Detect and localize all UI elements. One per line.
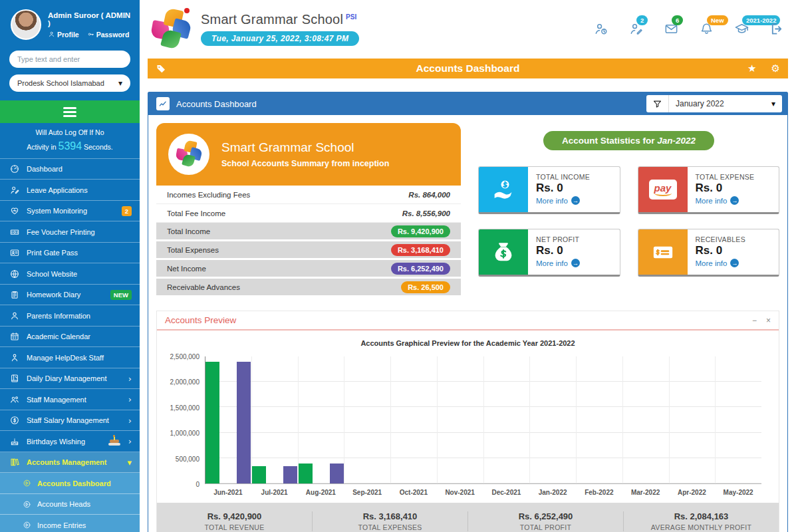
sidebar-subitem-label: Accounts Dashboard	[37, 479, 111, 487]
arrow-circle-icon: →	[571, 196, 580, 205]
sidebar-item-homework-diary[interactable]: Homework DiaryNEW	[0, 285, 140, 306]
y-tick-label: 0	[196, 481, 200, 488]
sidebar-item-accounts-management[interactable]: Accounts Management▾	[0, 452, 140, 473]
profile-link[interactable]: Profile	[48, 31, 79, 39]
menu-badge: NEW	[110, 290, 132, 300]
sidebar-item-label: Staff Management	[27, 396, 122, 404]
more-info-link[interactable]: More info→	[696, 259, 745, 267]
sidebar-item-academic-calendar[interactable]: Academic Calendar	[0, 327, 140, 348]
summary-row-label: Receivable Advances	[167, 283, 240, 291]
y-tick-label: 1,000,000	[170, 430, 200, 437]
psi-superscript: PSI	[346, 13, 356, 21]
main-area: Smart Grammar SchoolPSI Tue, January 25,…	[140, 0, 798, 532]
school-logo-icon	[168, 134, 209, 175]
sidebar-subitem-income-entries[interactable]: Income Entries	[0, 515, 140, 532]
stat-card-body: RECEIVABLESRs. 0More info→	[688, 229, 753, 275]
sidebar-item-system-monitoring[interactable]: System Monitoring2	[0, 201, 140, 222]
x-tick-label: Jul-2021	[251, 487, 298, 503]
sidebar-item-label: Dashboard	[27, 165, 132, 173]
summary-row: Incomes Excluding FeesRs. 864,000	[156, 186, 461, 204]
bell-icon[interactable]: New	[699, 21, 714, 37]
user-edit-icon[interactable]: 2	[628, 21, 644, 37]
stat-title: NET PROFIT	[536, 235, 580, 243]
summary-row: Total ExpensesRs. 3,168,410	[156, 241, 461, 260]
x-tick-label: Jan-2022	[529, 487, 576, 503]
summary-row: Total Fee IncomeRs. 8,556,900	[156, 204, 461, 223]
sidebar-item-parents-information[interactable]: Parents Information	[0, 305, 140, 327]
header-icon-row: 26New2021-2022	[593, 21, 785, 37]
sidebar-item-staff-salary-management[interactable]: Staff Salary Management›	[0, 410, 140, 432]
stat-card-total-income: TOTAL INCOMERs. 0More info→	[478, 166, 620, 214]
month-select[interactable]: January 2022▾	[669, 99, 782, 108]
monitoring-icon	[9, 205, 20, 216]
dashboard-icon	[9, 164, 20, 174]
school-title: Smart Grammar School	[201, 12, 343, 27]
favorite-star-icon[interactable]: ★	[747, 63, 756, 74]
footer-stat: Rs. 9,420,900TOTAL REVENUE	[157, 511, 312, 531]
bar-group	[484, 356, 531, 483]
footer-stat: Rs. 6,252,490TOTAL PROFIT	[467, 511, 623, 531]
footer-stat-value: Rs. 6,252,490	[468, 511, 623, 521]
gatepass-icon	[9, 247, 20, 258]
search-input[interactable]	[9, 51, 130, 68]
logout-icon[interactable]	[769, 21, 785, 37]
sidebar-item-birthdays-wishing[interactable]: Birthdays Wishing›	[0, 431, 140, 452]
more-info-label: More info	[536, 197, 568, 205]
summary-row-value: Rs. 864,000	[408, 191, 450, 199]
bar-chart: 2,500,0002,000,0001,500,0001,000,000500,…	[157, 352, 779, 484]
sidebar-item-label: System Monitoring	[27, 207, 115, 215]
page-title: Accounts Dashboard	[148, 63, 788, 74]
footer-stat-value: Rs. 9,420,900	[157, 511, 312, 521]
stat-value: Rs. 0	[696, 182, 755, 195]
sidebar-item-print-gate-pass[interactable]: Print Gate Pass	[0, 243, 140, 264]
leave-icon	[9, 185, 20, 196]
user-clock-icon[interactable]	[593, 21, 608, 37]
sidebar-item-school-website[interactable]: School Website	[0, 263, 140, 285]
bar-group	[530, 356, 577, 483]
x-tick-label: Dec-2021	[483, 487, 530, 503]
graduation-icon[interactable]: 2021-2022	[734, 21, 749, 37]
globe-icon	[9, 269, 20, 279]
sidebar-item-manage-helpdesk-staff[interactable]: Manage HelpDesk Staff	[0, 347, 140, 368]
summary-row-label: Total Expenses	[167, 246, 219, 254]
sidebar-subitem-accounts-heads[interactable]: Accounts Heads	[0, 494, 140, 515]
filter-icon[interactable]	[646, 95, 669, 112]
hamburger-icon	[63, 107, 76, 117]
dashboard-panel: Accounts Dashboard January 2022▾ S	[148, 92, 788, 532]
chart-title: Accounts Graphical Preview for the Acade…	[157, 339, 779, 347]
sidebar-item-leave-applications[interactable]: Leave Applications	[0, 180, 140, 201]
more-info-link[interactable]: More info→	[536, 196, 590, 205]
green-series-bar	[299, 464, 313, 483]
x-tick-label: Feb-2022	[576, 487, 622, 503]
school-select[interactable]: Prodesk School Islamabad▾	[9, 74, 130, 92]
bar-group	[344, 356, 391, 483]
more-info-link[interactable]: More info→	[536, 259, 580, 267]
sidebar-item-fee-voucher-printing[interactable]: Fee Voucher Printing	[0, 221, 140, 243]
close-button[interactable]: ×	[766, 316, 771, 325]
sidebar-subitem-label: Accounts Heads	[37, 500, 90, 508]
hamburger-menu-button[interactable]	[0, 100, 140, 123]
sidebar-item-dashboard[interactable]: Dashboard	[0, 159, 140, 180]
key-icon	[87, 31, 94, 38]
staff-icon	[9, 394, 20, 405]
stat-card-body: TOTAL EXPENSERs. 0More info→	[688, 167, 763, 212]
password-link[interactable]: Password	[87, 31, 130, 39]
mail-icon[interactable]: 6	[664, 21, 679, 37]
sidebar-item-staff-management[interactable]: Staff Management›	[0, 389, 140, 410]
x-tick-label: Aug-2021	[298, 487, 344, 503]
sidebar-subitem-accounts-dashboard[interactable]: Accounts Dashboard	[0, 473, 140, 494]
more-info-label: More info	[696, 259, 728, 267]
settings-gear-icon[interactable]: ⚙	[771, 63, 780, 74]
x-tick-label: May-2022	[715, 487, 761, 503]
header-badge: 2	[636, 15, 648, 25]
bar-group	[577, 356, 623, 483]
minimize-button[interactable]: −	[752, 316, 757, 325]
bar-group	[438, 356, 484, 483]
school-logo-icon	[150, 8, 192, 49]
x-tick-label: Jun-2021	[205, 487, 251, 503]
more-info-link[interactable]: More info→	[696, 196, 755, 205]
sidebar-item-daily-diary-management[interactable]: Daily Diary Management›	[0, 368, 140, 390]
y-tick-label: 2,000,000	[170, 378, 200, 386]
purple-series-bar	[237, 362, 251, 483]
footer-stat-label: AVERAGE MONTHLY PROFIT	[624, 523, 779, 531]
